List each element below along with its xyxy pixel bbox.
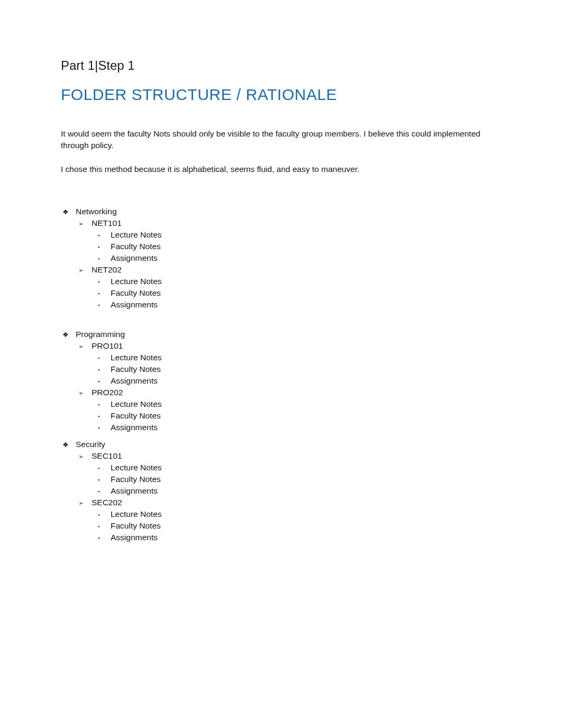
outline-lvl3-item: ▪ Assignments xyxy=(93,486,501,496)
document-subtitle: Part 1|Step 1 xyxy=(61,58,501,73)
outline-lvl3-label: Assignments xyxy=(111,376,158,386)
outline-lvl3-label: Faculty Notes xyxy=(111,288,161,298)
square-bullet-icon: ▪ xyxy=(93,256,111,261)
square-bullet-icon: ▪ xyxy=(93,379,111,384)
intro-paragraph-2: I chose this method because it is alphab… xyxy=(61,163,501,175)
square-bullet-icon: ▪ xyxy=(93,535,111,541)
outline-lvl3-item: ▪ Lecture Notes xyxy=(93,277,501,286)
outline-lvl2-item: ➢ SEC101 xyxy=(77,451,501,461)
outline-lvl3-label: Faculty Notes xyxy=(111,365,161,374)
outline-lvl1-item: ❖ Programming xyxy=(61,330,501,339)
outline-lvl3-item: ▪ Faculty Notes xyxy=(93,365,501,374)
outline-lvl1-item: ❖ Security xyxy=(61,440,501,449)
outline-lvl3-label: Faculty Notes xyxy=(111,242,161,251)
intro-paragraph-1: It would seem the faculty Nots should on… xyxy=(61,128,501,152)
outline-lvl3-item: ▪ Assignments xyxy=(93,253,501,263)
square-bullet-icon: ▪ xyxy=(93,512,111,517)
outline-lvl3-item: ▪ Faculty Notes xyxy=(93,242,501,251)
outline-lvl2-label: PRO101 xyxy=(92,341,123,351)
outline-lvl3-item: ▪ Lecture Notes xyxy=(93,509,501,519)
square-bullet-icon: ▪ xyxy=(93,291,111,296)
arrow-bullet-icon: ➢ xyxy=(77,267,92,274)
outline-lvl3-item: ▪ Faculty Notes xyxy=(93,288,501,298)
outline-lvl3-item: ▪ Assignments xyxy=(93,533,501,542)
outline-lvl3-label: Assignments xyxy=(111,533,158,542)
outline-lvl2-item: ➢ NET101 xyxy=(77,219,501,228)
outline-lvl3-item: ▪ Faculty Notes xyxy=(93,475,501,484)
arrow-bullet-icon: ➢ xyxy=(77,220,92,228)
outline-lvl1-label: Programming xyxy=(76,330,125,339)
square-bullet-icon: ▪ xyxy=(93,367,111,372)
outline-lvl3-item: ▪ Lecture Notes xyxy=(93,353,501,362)
outline-lvl3-item: ▪ Lecture Notes xyxy=(93,230,501,240)
square-bullet-icon: ▪ xyxy=(93,489,111,494)
outline-lvl3-label: Assignments xyxy=(111,486,158,496)
outline-lvl3-item: ▪ Assignments xyxy=(93,376,501,386)
square-bullet-icon: ▪ xyxy=(93,466,111,471)
outline-lvl2-item: ➢ NET202 xyxy=(77,265,501,275)
outline-lvl3-item: ▪ Faculty Notes xyxy=(93,521,501,531)
outline-lvl2-label: NET101 xyxy=(92,219,122,228)
outline-section-security: ❖ Security ➢ SEC101 ▪ Lecture Notes ▪ Fa… xyxy=(61,440,501,542)
outline-lvl1-item: ❖ Networking xyxy=(61,207,501,216)
outline-lvl3-item: ▪ Lecture Notes xyxy=(93,463,501,472)
outline-lvl3-label: Faculty Notes xyxy=(111,411,161,421)
square-bullet-icon: ▪ xyxy=(93,414,111,419)
square-bullet-icon: ▪ xyxy=(93,279,111,285)
square-bullet-icon: ▪ xyxy=(93,425,111,431)
square-bullet-icon: ▪ xyxy=(93,303,111,308)
outline-section-networking: ❖ Networking ➢ NET101 ▪ Lecture Notes ▪ … xyxy=(61,207,501,310)
arrow-bullet-icon: ➢ xyxy=(77,343,92,350)
outline-lvl3-item: ▪ Assignments xyxy=(93,423,501,432)
document-title: FOLDER STRUCTURE / RATIONALE xyxy=(61,86,501,104)
square-bullet-icon: ▪ xyxy=(93,524,111,529)
outline-lvl3-label: Lecture Notes xyxy=(111,277,162,286)
outline-lvl3-label: Lecture Notes xyxy=(111,353,162,362)
square-bullet-icon: ▪ xyxy=(93,244,111,250)
arrow-bullet-icon: ➢ xyxy=(77,453,92,460)
arrow-bullet-icon: ➢ xyxy=(77,389,92,397)
outline-lvl3-item: ▪ Assignments xyxy=(93,300,501,310)
outline-lvl3-item: ▪ Lecture Notes xyxy=(93,399,501,409)
square-bullet-icon: ▪ xyxy=(93,356,111,361)
outline-lvl2-item: ➢ SEC202 xyxy=(77,498,501,507)
outline-lvl2-label: NET202 xyxy=(92,265,122,275)
outline-lvl3-label: Lecture Notes xyxy=(111,399,162,409)
folder-outline: ❖ Networking ➢ NET101 ▪ Lecture Notes ▪ … xyxy=(61,207,501,542)
diamond-bullet-icon: ❖ xyxy=(61,331,76,339)
diamond-bullet-icon: ❖ xyxy=(61,441,76,449)
square-bullet-icon: ▪ xyxy=(93,477,111,483)
outline-lvl2-label: PRO202 xyxy=(92,388,123,397)
arrow-bullet-icon: ➢ xyxy=(77,499,92,507)
outline-lvl3-label: Faculty Notes xyxy=(111,521,161,531)
outline-lvl3-label: Assignments xyxy=(111,423,158,432)
outline-lvl1-label: Networking xyxy=(76,207,117,216)
outline-lvl2-label: SEC202 xyxy=(92,498,122,507)
outline-lvl1-label: Security xyxy=(76,440,105,449)
outline-lvl2-item: ➢ PRO101 xyxy=(77,341,501,351)
outline-lvl3-label: Lecture Notes xyxy=(111,230,162,240)
outline-lvl3-label: Lecture Notes xyxy=(111,509,162,519)
outline-lvl3-label: Assignments xyxy=(111,253,158,263)
outline-section-programming: ❖ Programming ➢ PRO101 ▪ Lecture Notes ▪… xyxy=(61,330,501,432)
square-bullet-icon: ▪ xyxy=(93,402,111,407)
square-bullet-icon: ▪ xyxy=(93,233,111,238)
outline-lvl3-label: Lecture Notes xyxy=(111,463,162,472)
diamond-bullet-icon: ❖ xyxy=(61,208,76,216)
outline-lvl2-label: SEC101 xyxy=(92,451,122,461)
outline-lvl3-item: ▪ Faculty Notes xyxy=(93,411,501,421)
outline-lvl2-item: ➢ PRO202 xyxy=(77,388,501,397)
outline-lvl3-label: Faculty Notes xyxy=(111,475,161,484)
outline-lvl3-label: Assignments xyxy=(111,300,158,310)
